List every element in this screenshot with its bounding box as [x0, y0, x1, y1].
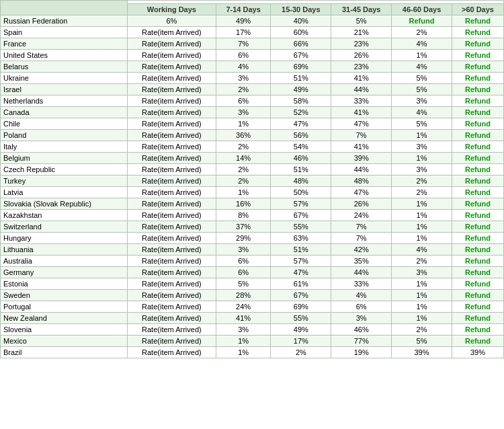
data-cell: 4% [216, 61, 271, 73]
data-cell: 66% [271, 38, 331, 50]
data-cell: 67% [271, 290, 331, 301]
country-cell: Estonia [1, 278, 128, 290]
data-cell: Refund [452, 278, 503, 290]
data-cell: Rate(item Arrived) [127, 290, 216, 301]
table-row: ItalyRate(item Arrived)2%54%41%3%Refund [1, 141, 504, 153]
country-cell: Spain [1, 27, 128, 38]
data-cell: 26% [331, 198, 392, 210]
data-cell: 55% [271, 221, 331, 233]
data-cell: Rate(item Arrived) [127, 38, 216, 50]
country-cell: Kazakhstan [1, 210, 128, 221]
data-cell: Rate(item Arrived) [127, 198, 216, 210]
data-cell: Rate(item Arrived) [127, 324, 216, 336]
data-cell: 41% [331, 107, 392, 118]
data-cell: 24% [216, 301, 271, 313]
table-row: New ZealandRate(item Arrived)41%55%3%1%R… [1, 313, 504, 324]
data-cell: 3% [392, 164, 452, 176]
country-cell: Australia [1, 256, 128, 267]
data-cell: 8% [216, 210, 271, 221]
data-cell: 3% [216, 107, 271, 118]
table-row: PolandRate(item Arrived)36%56%7%1%Refund [1, 130, 504, 141]
table-row: TurkeyRate(item Arrived)2%48%48%2%Refund [1, 176, 504, 187]
data-cell: 2% [392, 27, 452, 38]
table-row: Slovakia (Slovak Republic)Rate(item Arri… [1, 198, 504, 210]
data-cell: 1% [392, 130, 452, 141]
data-cell: Rate(item Arrived) [127, 278, 216, 290]
country-cell: Chile [1, 118, 128, 130]
country-cell: Portugal [1, 301, 128, 313]
data-cell: Refund [452, 164, 503, 176]
data-cell: 37% [216, 221, 271, 233]
data-cell: 44% [331, 164, 392, 176]
country-cell: Poland [1, 130, 128, 141]
data-cell: Rate(item Arrived) [127, 221, 216, 233]
data-cell: 26% [331, 50, 392, 61]
data-cell: 6% [127, 15, 216, 27]
data-cell: Refund [452, 15, 503, 27]
data-cell: 1% [392, 290, 452, 301]
data-cell: 52% [271, 107, 331, 118]
table-row: EstoniaRate(item Arrived)5%61%33%1%Refun… [1, 278, 504, 290]
data-cell: Rate(item Arrived) [127, 244, 216, 256]
data-cell: 7% [331, 221, 392, 233]
country-cell: United States [1, 50, 128, 61]
data-cell: 39% [452, 347, 503, 358]
table-row: LithuaniaRate(item Arrived)3%51%42%4%Ref… [1, 244, 504, 256]
data-cell: 48% [331, 176, 392, 187]
data-cell: 5% [392, 84, 452, 95]
data-cell: 2% [216, 141, 271, 153]
data-cell: Refund [452, 50, 503, 61]
data-cell: 3% [216, 73, 271, 84]
data-cell: Refund [452, 324, 503, 336]
data-cell: 33% [331, 278, 392, 290]
table-row: SwedenRate(item Arrived)28%67%4%1%Refund [1, 290, 504, 301]
data-cell: Refund [452, 141, 503, 153]
data-cell: 4% [392, 38, 452, 50]
data-cell: Rate(item Arrived) [127, 107, 216, 118]
data-cell: 7% [331, 130, 392, 141]
data-cell: 4% [331, 290, 392, 301]
data-cell: 1% [216, 347, 271, 358]
data-cell: Refund [452, 84, 503, 95]
table-row: UkraineRate(item Arrived)3%51%41%5%Refun… [1, 73, 504, 84]
country-cell: Russian Federation [1, 15, 128, 27]
data-cell: 6% [216, 267, 271, 278]
table-row: Russian Federation6%49%40%5%RefundRefund [1, 15, 504, 27]
table-row: BelarusRate(item Arrived)4%69%23%4%Refun… [1, 61, 504, 73]
data-cell: 55% [271, 313, 331, 324]
data-cell: 47% [271, 118, 331, 130]
data-cell: Refund [452, 187, 503, 198]
data-cell: 5% [331, 15, 392, 27]
country-cell: Canada [1, 107, 128, 118]
data-cell: 60% [271, 27, 331, 38]
data-cell: Rate(item Arrived) [127, 73, 216, 84]
table-row: FranceRate(item Arrived)7%66%23%4%Refund [1, 38, 504, 50]
data-cell: 39% [331, 153, 392, 164]
country-header [1, 1, 128, 15]
data-cell: 4% [392, 244, 452, 256]
data-cell: 36% [216, 130, 271, 141]
data-cell: Rate(item Arrived) [127, 164, 216, 176]
data-cell: 47% [331, 187, 392, 198]
data-cell: Rate(item Arrived) [127, 118, 216, 130]
data-cell: 48% [271, 176, 331, 187]
data-cell: 21% [331, 27, 392, 38]
data-cell: Refund [452, 153, 503, 164]
data-cell: 44% [331, 84, 392, 95]
data-cell: Rate(item Arrived) [127, 95, 216, 107]
data-cell: 49% [271, 84, 331, 95]
data-cell: Refund [452, 233, 503, 244]
data-cell: 39% [392, 347, 452, 358]
data-cell: Rate(item Arrived) [127, 313, 216, 324]
data-cell: 1% [392, 278, 452, 290]
country-cell: Czech Republic [1, 164, 128, 176]
data-cell: 57% [271, 198, 331, 210]
data-cell: 5% [216, 278, 271, 290]
country-cell: Slovakia (Slovak Republic) [1, 198, 128, 210]
data-cell: 58% [271, 95, 331, 107]
data-cell: Refund [452, 290, 503, 301]
data-cell: Rate(item Arrived) [127, 267, 216, 278]
data-cell: 6% [216, 95, 271, 107]
data-cell: 1% [392, 301, 452, 313]
table-row: NetherlandsRate(item Arrived)6%58%33%3%R… [1, 95, 504, 107]
